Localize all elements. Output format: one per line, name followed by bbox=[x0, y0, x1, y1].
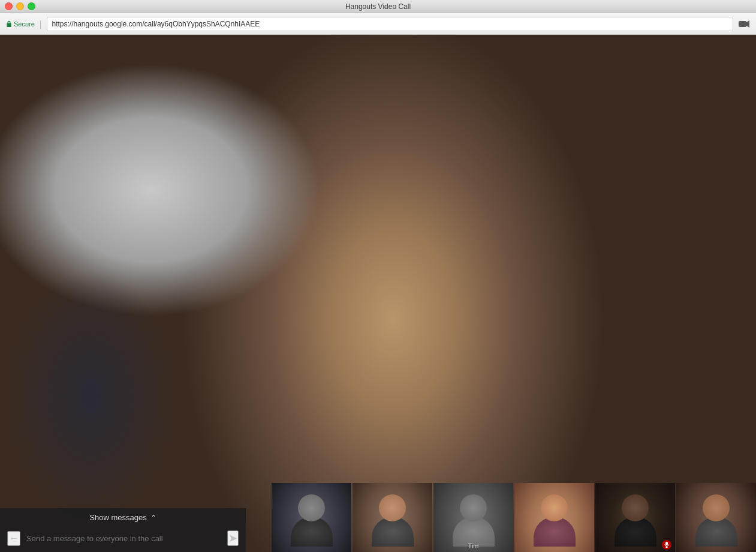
person-silhouette-4 bbox=[514, 483, 594, 552]
main-video-bg bbox=[0, 35, 756, 552]
person-silhouette-6 bbox=[676, 483, 756, 552]
participant-thumb-2[interactable] bbox=[353, 483, 432, 552]
head-2 bbox=[379, 494, 406, 521]
participant-thumb-3[interactable]: Tim bbox=[433, 483, 513, 552]
window-title: Hangouts Video Call bbox=[345, 2, 411, 11]
url-input[interactable] bbox=[47, 17, 734, 31]
message-panel: Show messages ⌃ ← ➤ bbox=[0, 508, 246, 552]
participant-thumb-1[interactable] bbox=[272, 483, 351, 552]
participant-thumb-4[interactable] bbox=[514, 483, 594, 552]
title-bar: Hangouts Video Call bbox=[0, 0, 756, 13]
head-1 bbox=[298, 494, 325, 521]
send-button[interactable]: ➤ bbox=[227, 530, 239, 546]
head-3 bbox=[460, 494, 487, 521]
person-silhouette-2 bbox=[353, 483, 432, 552]
mute-icon-5 bbox=[662, 540, 671, 550]
participant-thumb-5[interactable] bbox=[595, 483, 675, 552]
close-button[interactable] bbox=[5, 2, 13, 10]
camera-icon bbox=[738, 19, 750, 29]
window-controls bbox=[5, 2, 35, 10]
participants-strip: Tim bbox=[272, 483, 756, 552]
address-bar: Secure | bbox=[0, 13, 756, 35]
lock-icon bbox=[6, 20, 12, 28]
person-silhouette-3 bbox=[433, 483, 513, 552]
video-container: Show messages ⌃ ← ➤ bbox=[0, 35, 756, 552]
message-input[interactable] bbox=[26, 534, 221, 543]
svg-rect-1 bbox=[739, 21, 746, 27]
show-messages-button[interactable]: Show messages ⌃ bbox=[0, 508, 246, 527]
svg-rect-0 bbox=[7, 23, 11, 26]
person-silhouette-1 bbox=[272, 483, 351, 552]
participant-thumb-6[interactable] bbox=[676, 483, 756, 552]
head-6 bbox=[703, 494, 730, 521]
main-video bbox=[0, 35, 756, 552]
head-5 bbox=[622, 494, 649, 521]
message-input-row: ← ➤ bbox=[0, 527, 246, 552]
show-messages-label: Show messages bbox=[89, 513, 146, 522]
maximize-button[interactable] bbox=[28, 2, 35, 10]
participant-label-3: Tim bbox=[468, 542, 479, 550]
address-separator: | bbox=[40, 19, 42, 29]
back-arrow-button[interactable]: ← bbox=[7, 531, 20, 546]
svg-rect-3 bbox=[665, 542, 668, 545]
secure-badge: Secure bbox=[6, 20, 35, 28]
head-4 bbox=[541, 494, 568, 521]
svg-marker-2 bbox=[746, 20, 749, 28]
chevron-up-icon: ⌃ bbox=[150, 514, 156, 522]
minimize-button[interactable] bbox=[16, 2, 24, 10]
